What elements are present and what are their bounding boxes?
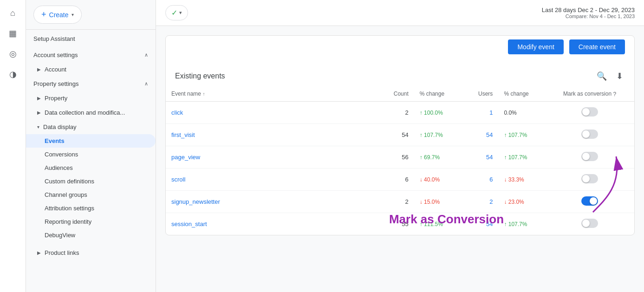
plus-icon: + [41, 10, 46, 19]
date-range-main: Last 28 days Dec 2 - Dec 29, 2023 [542, 6, 635, 13]
pct-change2-cell: ↓ 23.0% [498, 190, 545, 213]
count-cell: 55 [377, 213, 414, 235]
product-links-arrow-icon: ▶ [37, 250, 41, 255]
sidebar-item-channel-groups[interactable]: Channel groups [26, 188, 156, 201]
sidebar-item-property[interactable]: ▶ Property [26, 91, 156, 105]
sidebar-item-events[interactable]: Events [26, 134, 156, 148]
table-row: signup_newsletter 2 ↓ 15.0% 2 ↓ 23.0% [166, 190, 634, 213]
count-cell: 56 [377, 146, 414, 168]
pct-change2-cell: ↑ 107.7% [498, 146, 545, 168]
events-panel: Modify event Create event Existing event… [165, 35, 635, 235]
data-collection-arrow-icon: ▶ [37, 110, 41, 115]
pct-change1-cell: ↑ 100.0% [414, 101, 461, 123]
pct-change2-value: ↑ 107.7% [504, 221, 527, 227]
event-name-link[interactable]: first_visit [171, 131, 195, 138]
event-name-link[interactable]: click [171, 109, 183, 116]
property-label: Property [45, 95, 67, 102]
sidebar-item-product-links[interactable]: ▶ Product links [26, 246, 156, 260]
account-settings-title: Account settings [33, 52, 78, 58]
users-value[interactable]: 54 [486, 131, 493, 138]
mark-conversion-cell [545, 190, 634, 213]
icon-sidebar: ⌂ ▦ ◎ ◑ [0, 0, 26, 292]
status-button[interactable]: ✓ ▾ [165, 5, 188, 20]
users-value[interactable]: 54 [486, 221, 493, 227]
conversion-toggle[interactable] [581, 130, 598, 139]
chevron-down-icon: ▾ [72, 12, 74, 17]
pct-change2-value: ↓ 33.3% [504, 176, 524, 183]
conversion-toggle[interactable] [581, 174, 598, 183]
col-header-count[interactable]: Count [377, 87, 414, 101]
pct-change1-value: ↑ 100.0% [420, 110, 443, 116]
create-button[interactable]: + Create ▾ [33, 6, 82, 24]
sidebar-item-data-collection[interactable]: ▶ Data collection and modifica... [26, 105, 156, 120]
sidebar-item-account[interactable]: ▶ Account [26, 62, 156, 77]
users-value[interactable]: 6 [489, 176, 493, 183]
sidebar-item-debugview[interactable]: DebugView [26, 228, 156, 242]
main-content: ✓ ▾ Last 28 days Dec 2 - Dec 29, 2023 Co… [156, 0, 644, 292]
col-header-users[interactable]: Users [461, 87, 499, 101]
mark-conversion-cell [545, 123, 634, 146]
sidebar-item-custom-definitions[interactable]: Custom definitions [26, 175, 156, 188]
conversion-toggle[interactable] [581, 107, 598, 117]
advertising-icon[interactable]: ◑ [4, 65, 22, 84]
event-name-link[interactable]: page_view [171, 154, 200, 161]
pct-change1-cell: ↑ 111.5% [414, 213, 461, 235]
conversion-toggle[interactable] [581, 152, 598, 161]
users-value[interactable]: 1 [489, 109, 493, 116]
modify-event-button[interactable]: Modify event [508, 39, 563, 54]
account-label: Account [45, 66, 66, 73]
col-header-event-name[interactable]: Event name ↑ [166, 87, 377, 101]
explore-icon[interactable]: ◎ [4, 45, 22, 63]
event-name-link[interactable]: session_start [171, 221, 207, 227]
product-links-label: Product links [45, 249, 79, 256]
users-value[interactable]: 54 [486, 154, 493, 161]
table-row: page_view 56 ↑ 69.7% 54 ↑ 107.7% [166, 146, 634, 168]
reports-icon[interactable]: ▦ [4, 24, 22, 43]
existing-events-title: Existing events [175, 72, 225, 80]
sidebar-item-audiences[interactable]: Audiences [26, 161, 156, 175]
users-cell: 54 [461, 213, 499, 235]
users-cell: 54 [461, 146, 499, 168]
mark-conversion-cell [545, 101, 634, 123]
pct-change2-cell: ↑ 107.7% [498, 123, 545, 146]
account-arrow-icon: ▶ [37, 67, 41, 72]
setup-assistant-label: Setup Assistant [26, 30, 156, 48]
event-name-cell: first_visit [166, 123, 377, 146]
pct-change2-value: 0.0% [504, 110, 516, 116]
pct-change1-value: ↑ 69.7% [420, 154, 440, 161]
download-icon[interactable]: ⬇ [614, 69, 625, 83]
event-name-cell: click [166, 101, 377, 123]
property-arrow-icon: ▶ [37, 96, 41, 101]
conversion-toggle[interactable] [581, 196, 598, 206]
property-settings-section[interactable]: Property settings ∧ [26, 77, 156, 91]
col-header-pct-change1[interactable]: % change [414, 87, 461, 101]
pct-change1-cell: ↓ 40.0% [414, 168, 461, 190]
event-name-cell: page_view [166, 146, 377, 168]
table-row: click 2 ↑ 100.0% 1 0.0% [166, 101, 634, 123]
data-display-arrow-icon: ▾ [37, 124, 39, 130]
sidebar-item-attribution-settings[interactable]: Attribution settings [26, 201, 156, 215]
users-cell: 54 [461, 123, 499, 146]
account-settings-section[interactable]: Account settings ∧ [26, 48, 156, 62]
sidebar-item-reporting-identity[interactable]: Reporting identity [26, 215, 156, 228]
col-header-pct-change2[interactable]: % change [498, 87, 545, 101]
events-table: Event name ↑ Count % change Users % chan… [166, 87, 634, 235]
count-cell: 6 [377, 168, 414, 190]
event-name-link[interactable]: scroll [171, 176, 185, 183]
sidebar-item-conversions[interactable]: Conversions [26, 148, 156, 161]
table-row: first_visit 54 ↑ 107.7% 54 ↑ 107.7% [166, 123, 634, 146]
users-cell: 1 [461, 101, 499, 123]
pct-change2-value: ↓ 23.0% [504, 199, 524, 205]
create-event-button[interactable]: Create event [569, 39, 625, 54]
search-icon[interactable]: 🔍 [595, 69, 609, 83]
home-icon[interactable]: ⌂ [4, 4, 22, 22]
help-icon[interactable]: ? [613, 91, 616, 97]
sidebar-item-data-display[interactable]: ▾ Data display [26, 120, 156, 134]
sort-asc-icon: ↑ [202, 91, 205, 97]
pct-change1-value: ↑ 107.7% [420, 132, 443, 138]
date-range-display: Last 28 days Dec 2 - Dec 29, 2023 Compar… [542, 6, 635, 19]
pct-change2-value: ↑ 107.7% [504, 154, 527, 161]
conversion-toggle[interactable] [581, 219, 598, 228]
users-value[interactable]: 2 [489, 198, 493, 205]
event-name-link[interactable]: signup_newsletter [171, 198, 220, 205]
